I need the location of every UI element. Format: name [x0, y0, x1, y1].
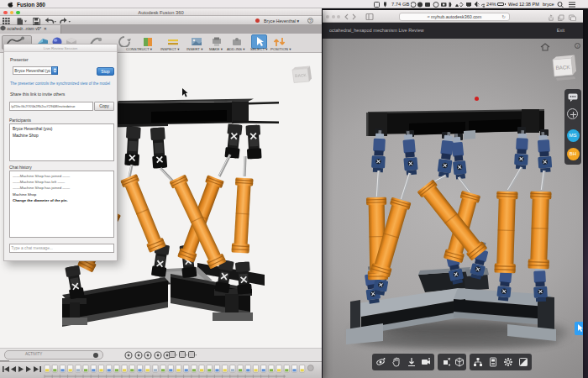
- svg-text:BACK: BACK: [295, 72, 307, 78]
- svg-text:BACK: BACK: [555, 64, 570, 71]
